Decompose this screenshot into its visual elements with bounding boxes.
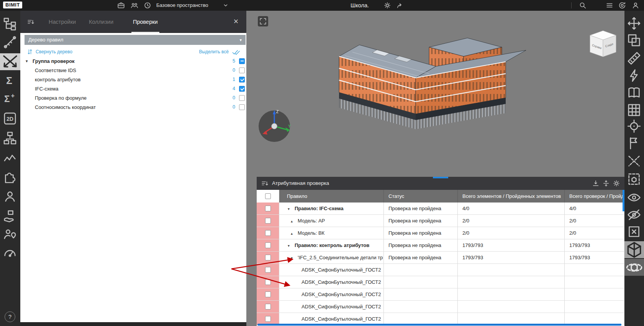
chevron-down-icon[interactable]: ▾ xyxy=(288,240,295,251)
axis-cross-icon[interactable] xyxy=(626,153,642,169)
row-checkbox[interactable] xyxy=(265,230,271,236)
row-checkbox[interactable] xyxy=(265,206,271,211)
tree-item[interactable]: IFC-схема4 xyxy=(20,84,246,93)
table-row[interactable]: ▾'IFC_2.5_Соединительные детали трПровер… xyxy=(257,252,624,264)
panel-resize-handle[interactable] xyxy=(433,177,448,178)
row-checkbox[interactable] xyxy=(265,316,271,322)
fullscreen-button[interactable] xyxy=(258,16,268,26)
chevron-down-icon[interactable]: ▾ xyxy=(291,252,298,263)
table-row[interactable]: ADSK_СифонБутылочный_ГОСТ2 xyxy=(257,301,624,313)
ruler-icon[interactable] xyxy=(626,51,642,66)
plugin-icon[interactable] xyxy=(2,169,18,184)
model-tree-icon[interactable] xyxy=(2,16,18,31)
clash-detection-icon[interactable] xyxy=(0,53,20,70)
chevron-up-icon[interactable]: ▴ xyxy=(291,215,298,227)
user-icon[interactable] xyxy=(2,189,18,204)
select-all-link[interactable]: Выделить всё xyxy=(199,48,229,56)
tree-item[interactable]: Соответствие IDS0 xyxy=(20,66,246,75)
row-checkbox[interactable] xyxy=(265,304,271,310)
panel-menu-icon[interactable] xyxy=(26,18,35,26)
toolbox-icon[interactable] xyxy=(117,1,125,10)
table-row[interactable]: ADSK_СифонБутылочный_ГОСТ2 xyxy=(257,288,624,301)
tree-item-checkbox[interactable] xyxy=(239,104,245,110)
column-rule[interactable]: Правило xyxy=(279,190,384,203)
table-row[interactable]: ADSK_СифонБутылочный_ГОСТ2 xyxy=(257,264,624,276)
table-row[interactable]: ▴Модель: ВКПроверка не пройдена2/02/0 xyxy=(257,227,624,239)
lightning-icon[interactable] xyxy=(626,68,642,83)
chevron-up-icon[interactable]: ▴ xyxy=(291,227,298,239)
view-cube[interactable]: Справа Сзади xyxy=(588,30,618,61)
search-icon[interactable] xyxy=(578,1,587,10)
2d-view-icon[interactable]: 2D xyxy=(2,111,18,126)
share-icon[interactable] xyxy=(396,1,404,10)
orbit-icon[interactable] xyxy=(624,259,644,276)
row-checkbox[interactable] xyxy=(265,242,271,248)
double-check-icon[interactable] xyxy=(232,48,240,56)
column-checks[interactable]: Всего проверок / Пройд xyxy=(565,190,624,203)
collapse-tree-icon[interactable] xyxy=(26,48,33,55)
import-rows-icon[interactable] xyxy=(592,179,600,188)
visibility-icon[interactable] xyxy=(626,190,642,205)
table-settings-icon[interactable] xyxy=(612,179,621,188)
close-icon[interactable]: × xyxy=(230,16,242,27)
tab-settings[interactable]: Настройки xyxy=(47,11,77,32)
table-row[interactable]: ▾Правило: контроль атрибутовПроверка не … xyxy=(257,239,624,252)
table-row[interactable]: ▾Правило: IFC-схемаПроверка не пройдена4… xyxy=(257,203,624,215)
section-grid-icon[interactable] xyxy=(626,102,642,118)
dashboard-icon[interactable] xyxy=(2,245,18,260)
sum-plus-icon[interactable]: Σ+ xyxy=(2,91,18,106)
chevron-down-icon[interactable]: ▾ xyxy=(288,203,295,214)
column-status[interactable]: Статус xyxy=(384,190,458,203)
row-checkbox[interactable] xyxy=(265,218,271,224)
hierarchy-icon[interactable] xyxy=(2,130,18,146)
row-checkbox[interactable] xyxy=(265,267,271,273)
viewport-3d[interactable]: Z Y Справа Сзади Атрибутивная проверка П xyxy=(246,11,624,326)
pan-icon[interactable] xyxy=(626,16,642,31)
team-icon[interactable] xyxy=(130,1,139,10)
locate-icon[interactable] xyxy=(626,119,642,134)
deselect-icon[interactable] xyxy=(626,224,642,239)
model-cube-icon[interactable] xyxy=(624,241,644,258)
tree-item[interactable]: контроль атрибутов1 xyxy=(20,75,246,84)
horizontal-scrollbar[interactable] xyxy=(257,324,621,326)
chart-icon[interactable] xyxy=(2,150,18,165)
tree-item-checkbox[interactable] xyxy=(239,95,245,101)
visibility-off-icon[interactable] xyxy=(626,207,642,222)
table-row[interactable]: ADSK_СифонБутылочный_ГОСТ2 xyxy=(257,276,624,288)
panel-menu-icon[interactable] xyxy=(261,179,269,188)
user-location-icon[interactable] xyxy=(2,227,18,242)
menu-list-icon[interactable] xyxy=(605,1,614,10)
tree-item-checkbox[interactable] xyxy=(239,77,245,82)
handover-icon[interactable] xyxy=(2,209,18,224)
tree-item[interactable]: Соотносимость координат0 xyxy=(20,102,246,112)
tree-item-checkbox[interactable] xyxy=(239,58,245,64)
row-checkbox[interactable] xyxy=(265,255,271,260)
help-button[interactable]: ? xyxy=(5,311,15,322)
views-icon[interactable] xyxy=(626,33,642,48)
tree-item[interactable]: Проверка по формуле0 xyxy=(20,93,246,102)
column-elements[interactable]: Всего элементов / Пройденных элементов xyxy=(458,190,565,203)
row-checkbox[interactable] xyxy=(265,279,271,285)
measure-icon[interactable] xyxy=(2,35,18,50)
flag-icon[interactable] xyxy=(626,135,642,151)
user-profile-icon[interactable] xyxy=(631,1,640,10)
tree-item[interactable]: ▾Группа проверок5 xyxy=(20,56,246,66)
gear-icon[interactable] xyxy=(383,1,392,10)
history-icon[interactable] xyxy=(143,1,152,10)
tab-collisions[interactable]: Коллизии xyxy=(87,11,115,32)
chevron-down-icon[interactable] xyxy=(221,1,230,10)
axes-gizmo[interactable]: Z Y xyxy=(256,108,293,145)
workspace-selector[interactable]: Базовое пространство xyxy=(156,0,208,11)
select-all-checkbox[interactable] xyxy=(265,193,271,199)
collapse-tree-link[interactable]: Свернуть дерево xyxy=(36,48,72,56)
account-sync-icon[interactable] xyxy=(618,1,626,10)
chevron-down-icon[interactable]: ▾ xyxy=(26,59,28,63)
table-row[interactable]: ▴Модель: АРПроверка не пройдена2/02/0 xyxy=(257,215,624,227)
sum-icon[interactable]: Σ xyxy=(2,73,18,88)
section-book-icon[interactable] xyxy=(626,85,642,100)
tab-checks[interactable]: Проверки xyxy=(131,11,159,33)
row-checkbox[interactable] xyxy=(265,291,271,297)
fit-rows-icon[interactable] xyxy=(602,179,610,188)
rules-tree-header[interactable]: Дерево правил ▾ xyxy=(25,35,246,45)
box-select-icon[interactable] xyxy=(626,171,642,187)
